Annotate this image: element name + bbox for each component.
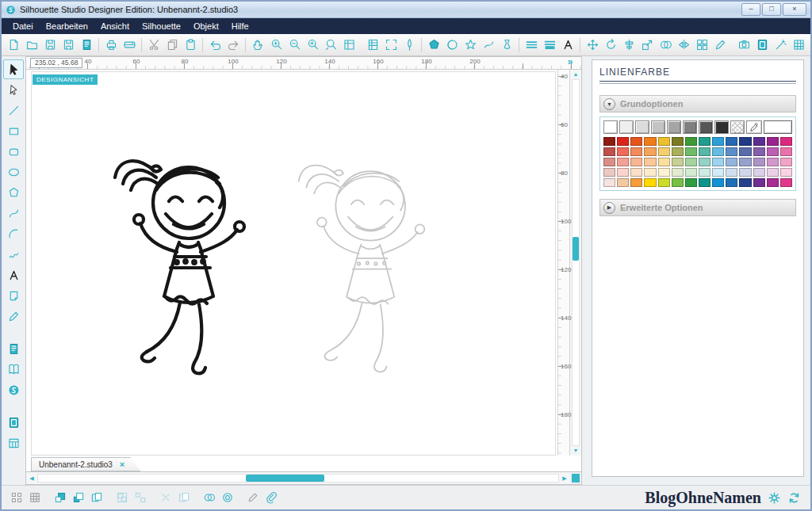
color-swatch[interactable]: [603, 168, 615, 177]
fit-to-page-button[interactable]: [340, 36, 358, 54]
sketch-button[interactable]: [480, 36, 497, 54]
color-swatch[interactable]: [699, 147, 710, 156]
color-swatch[interactable]: [726, 178, 737, 187]
color-swatch[interactable]: [699, 158, 710, 166]
cutting-mat-button[interactable]: [753, 36, 771, 54]
notes-button[interactable]: [3, 286, 24, 306]
send-to-back-button[interactable]: [70, 490, 86, 505]
paste-button[interactable]: [182, 36, 199, 54]
color-swatch[interactable]: [699, 168, 710, 177]
color-swatch[interactable]: [767, 178, 779, 187]
color-swatch[interactable]: [685, 137, 697, 146]
gray-swatch[interactable]: [619, 120, 634, 134]
minimize-button[interactable]: –: [741, 3, 760, 16]
save-button[interactable]: [41, 36, 59, 54]
registration-marks-button[interactable]: [382, 36, 400, 54]
draw-freehand-button[interactable]: [3, 245, 24, 265]
cut-button[interactable]: [145, 36, 163, 54]
delete-button[interactable]: [157, 490, 174, 505]
color-swatch[interactable]: [617, 178, 629, 187]
color-swatch[interactable]: [726, 137, 737, 146]
color-swatch[interactable]: [699, 178, 710, 187]
color-swatch[interactable]: [630, 137, 642, 146]
trace-button[interactable]: [772, 36, 789, 54]
draw-line-button[interactable]: [3, 101, 24, 120]
select-by-color-button[interactable]: [26, 490, 43, 505]
color-swatch[interactable]: [780, 168, 792, 177]
sync-icon[interactable]: [787, 491, 801, 505]
ungroup-button[interactable]: [132, 490, 148, 505]
edit-points-button[interactable]: [711, 36, 729, 54]
transform-align-button[interactable]: [620, 36, 638, 54]
draw-rounded-rectangle-button[interactable]: [3, 142, 24, 162]
color-swatch[interactable]: [644, 178, 656, 187]
color-swatch[interactable]: [672, 147, 684, 156]
close-button[interactable]: ×: [783, 3, 806, 16]
color-swatch[interactable]: [753, 147, 765, 156]
color-swatch[interactable]: [630, 178, 642, 187]
color-swatch[interactable]: [617, 147, 629, 156]
no-color-swatch[interactable]: [730, 120, 745, 134]
color-swatch[interactable]: [726, 147, 737, 156]
line-style-button[interactable]: [523, 36, 540, 54]
gray-swatch[interactable]: [683, 120, 697, 134]
color-swatch[interactable]: [603, 137, 615, 146]
color-swatch[interactable]: [603, 147, 615, 156]
grid-panel-button[interactable]: [3, 433, 24, 453]
color-swatch[interactable]: [617, 158, 629, 166]
gray-swatch[interactable]: [714, 120, 729, 134]
horizontal-scroll-track[interactable]: [37, 474, 559, 482]
artwork-girl-bold[interactable]: [105, 141, 280, 379]
color-swatch[interactable]: [712, 137, 724, 146]
gray-swatch[interactable]: [667, 120, 681, 134]
media-layout-button[interactable]: [790, 36, 807, 54]
document-tab[interactable]: Unbenannt-2.studio3 ×: [31, 457, 140, 471]
pixscan-button[interactable]: [735, 36, 753, 54]
text-button[interactable]: [3, 265, 24, 285]
color-swatch[interactable]: [644, 158, 656, 166]
close-tab-icon[interactable]: ×: [120, 460, 124, 469]
section-advanced-options[interactable]: ▶ Erweiterte Optionen: [599, 199, 796, 216]
section-basic-options[interactable]: ▼ Grundoptionen: [599, 95, 796, 112]
open-design-button[interactable]: [78, 36, 95, 54]
color-swatch[interactable]: [658, 147, 670, 156]
transform-rotate-button[interactable]: [602, 36, 619, 54]
draw-ellipse-button[interactable]: [3, 162, 24, 182]
expand-icon[interactable]: ▶: [603, 202, 615, 214]
select-button[interactable]: [3, 59, 24, 79]
draw-arc-button[interactable]: [3, 224, 24, 244]
gray-swatch[interactable]: [699, 120, 713, 134]
distort-button[interactable]: [498, 36, 515, 54]
page-panel-button[interactable]: [3, 339, 24, 359]
color-swatch[interactable]: [780, 137, 792, 146]
zoom-out-button[interactable]: [285, 36, 303, 54]
color-swatch[interactable]: [685, 147, 697, 156]
send-to-silhouette-button[interactable]: [121, 36, 138, 54]
store-panel-button[interactable]: [3, 380, 24, 400]
color-swatch[interactable]: [753, 178, 765, 187]
color-swatch[interactable]: [739, 137, 751, 146]
color-swatch[interactable]: [699, 137, 710, 146]
design-canvas[interactable]: DESIGNANSICHT: [26, 70, 557, 456]
color-swatch[interactable]: [712, 168, 724, 177]
replicate-button[interactable]: [693, 36, 710, 54]
cut-settings-button[interactable]: [400, 36, 418, 54]
undo-button[interactable]: [206, 36, 224, 54]
menu-datei[interactable]: Datei: [6, 20, 40, 33]
scroll-up-button[interactable]: ▲: [570, 70, 581, 79]
settings-gear-icon[interactable]: [768, 491, 781, 505]
color-swatch[interactable]: [767, 147, 779, 156]
redo-button[interactable]: [224, 36, 242, 54]
color-swatch[interactable]: [603, 158, 615, 166]
edit-points-button[interactable]: [3, 80, 24, 100]
color-swatch[interactable]: [630, 168, 642, 177]
copy-button[interactable]: [163, 36, 181, 54]
color-swatch[interactable]: [739, 147, 751, 156]
gray-swatch[interactable]: [603, 120, 618, 134]
vertical-scroll-thumb[interactable]: [573, 237, 579, 261]
collapse-icon[interactable]: ▼: [603, 98, 615, 110]
zoom-in-button[interactable]: [267, 36, 285, 54]
transform-move-button[interactable]: [584, 36, 601, 54]
color-swatch[interactable]: [726, 168, 737, 177]
bring-to-front-button[interactable]: [52, 490, 68, 505]
